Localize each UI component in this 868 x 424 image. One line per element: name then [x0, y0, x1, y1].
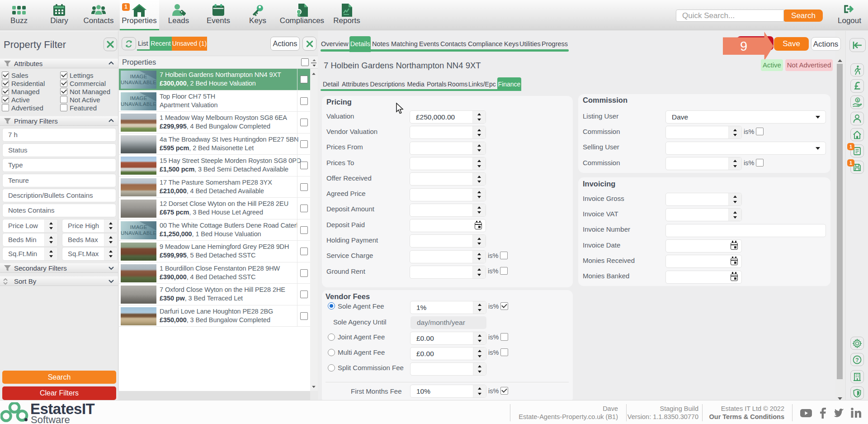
- svg-text:$: $: [857, 98, 859, 102]
- svg-text:?: ?: [855, 357, 859, 363]
